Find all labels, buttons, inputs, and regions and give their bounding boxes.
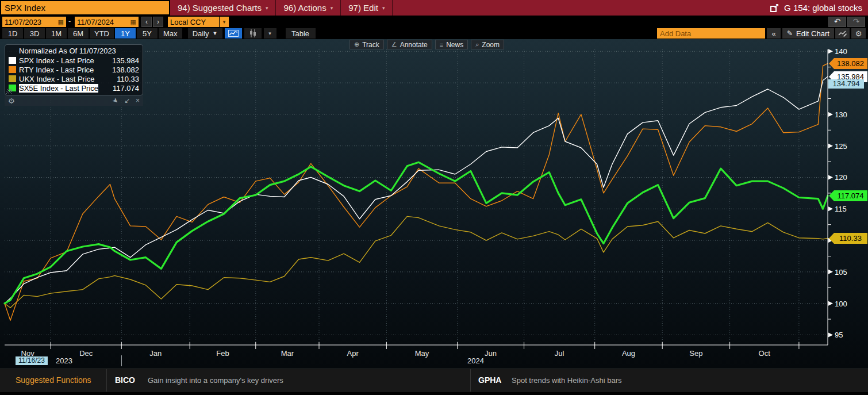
y-tick-arrow bbox=[828, 112, 833, 117]
undo-button[interactable]: ↶ bbox=[828, 17, 846, 27]
y-tick-arrow bbox=[828, 49, 833, 53]
menu-items: 94) Suggested Charts▾96) Actions▾97) Edi… bbox=[170, 0, 393, 16]
menu--suggested-charts[interactable]: 94) Suggested Charts▾ bbox=[170, 0, 276, 16]
chart-options-gear-button[interactable]: ⚙ bbox=[851, 28, 866, 39]
year-label-2023: 2023 bbox=[56, 356, 72, 365]
chart-toolbar-row: 1D3D1M6MYTD1Y5YMaxDaily▼▾Table « ✎ Edit … bbox=[0, 28, 868, 39]
legend-pin-icon[interactable]: ➤ bbox=[111, 95, 121, 105]
period-button-6m[interactable]: 6M bbox=[68, 28, 89, 39]
add-data-input[interactable] bbox=[657, 28, 765, 39]
y-tick-label: 115 bbox=[835, 205, 847, 213]
ticker-input[interactable] bbox=[1, 1, 169, 14]
chevron-down-icon: ▾ bbox=[382, 5, 385, 11]
legend-panel: Normalized As Of 11/07/2023 SPX Index - … bbox=[5, 44, 143, 106]
period-button-3d[interactable]: 3D bbox=[24, 28, 45, 39]
series-last-value: 135.984 bbox=[112, 56, 139, 65]
legend-gear-icon[interactable]: ⚙ bbox=[8, 97, 15, 105]
footer-function-code[interactable]: GPHA bbox=[478, 369, 501, 392]
chart-annotation-settings-button[interactable] bbox=[835, 28, 850, 39]
series-last-value: 117.074 bbox=[113, 84, 139, 93]
legend-item-ukx[interactable]: UKX Index - Last Price110.33 bbox=[9, 74, 139, 83]
series-color-swatch bbox=[9, 75, 16, 82]
legend-minimize-icon[interactable]: ↙ bbox=[124, 97, 130, 105]
series-last-value: 110.33 bbox=[117, 75, 139, 83]
prev-period-button[interactable]: ‹ bbox=[141, 17, 152, 27]
news-button[interactable]: ≡News bbox=[435, 40, 468, 49]
suggested-functions-bar: Suggested Functions BICO Gain insight in… bbox=[0, 369, 868, 395]
footer-function-desc[interactable]: Spot trends with Heikin-Ashi bars bbox=[512, 369, 621, 392]
annotate-button[interactable]: ∠Annotate bbox=[387, 40, 432, 49]
menu--edit[interactable]: 97) Edit▾ bbox=[341, 0, 393, 16]
legend-close-icon[interactable]: × bbox=[136, 97, 140, 105]
candlestick-chart-type-button[interactable] bbox=[244, 28, 262, 39]
y-tick-arrow bbox=[828, 144, 833, 148]
period-button-ytd[interactable]: YTD bbox=[90, 28, 114, 39]
annotate-icon: ∠ bbox=[391, 41, 397, 48]
date-from-field[interactable]: 11/07/2023 ▦ bbox=[2, 17, 66, 27]
date-range-dash: - bbox=[68, 17, 71, 25]
chart-edit-icon bbox=[838, 30, 847, 37]
footer-function-desc[interactable]: Gain insight into a company's key driver… bbox=[148, 369, 283, 392]
legend-item-sx5e[interactable]: SX5E Index - Last Price117.074 bbox=[9, 83, 139, 93]
period-button-1d[interactable]: 1D bbox=[2, 28, 23, 39]
period-button-5y[interactable]: 5Y bbox=[137, 28, 158, 39]
export-icon[interactable]: ↗ bbox=[770, 3, 779, 12]
redo-button[interactable]: ↷ bbox=[847, 17, 865, 27]
menu--actions[interactable]: 96) Actions▾ bbox=[276, 0, 341, 16]
chevron-down-icon: ▾ bbox=[268, 30, 271, 36]
legend-footer: ⚙ ➤ ↙ × bbox=[5, 95, 143, 106]
x-month-label: Jan bbox=[149, 349, 162, 358]
y-tick-arrow bbox=[828, 175, 833, 179]
date-range-bar: 11/07/2023 ▦ - 11/07/2024 ▦ ‹ › Local CC… bbox=[0, 16, 868, 28]
y-tick-label: 120 bbox=[835, 173, 847, 182]
currency-caret-icon[interactable]: ▾ bbox=[220, 17, 229, 27]
x-month-label: Apr bbox=[347, 349, 359, 358]
period-button-1y[interactable]: 1Y bbox=[115, 28, 136, 39]
collapse-panel-button[interactable]: « bbox=[767, 28, 781, 39]
track-button[interactable]: ⊕Track bbox=[349, 40, 384, 49]
legend-item-spx[interactable]: SPX Index - Last Price135.984 bbox=[9, 56, 139, 65]
line-chart-icon bbox=[228, 30, 239, 37]
zoom-button[interactable]: ⌕Zoom bbox=[471, 40, 504, 49]
track-icon: ⊕ bbox=[354, 41, 359, 48]
edit-chart-button[interactable]: ✎ Edit Chart bbox=[782, 28, 834, 39]
table-button[interactable]: Table bbox=[286, 28, 316, 39]
currency-select[interactable]: Local CCY bbox=[168, 17, 219, 27]
suggested-functions-label: Suggested Functions bbox=[16, 369, 91, 392]
series-label: SPX Index - Last Price bbox=[19, 56, 94, 65]
price-badge-110.33: 110.33 bbox=[829, 233, 867, 244]
x-month-label: Sep bbox=[689, 349, 702, 358]
chevron-down-icon: ▼ bbox=[213, 30, 218, 36]
next-period-button[interactable]: › bbox=[153, 17, 163, 27]
x-month-label: Feb bbox=[216, 349, 229, 358]
news-icon: ≡ bbox=[440, 41, 443, 48]
period-button-max[interactable]: Max bbox=[159, 28, 182, 39]
frequency-select[interactable]: Daily▼ bbox=[188, 28, 222, 39]
series-color-swatch bbox=[9, 57, 16, 64]
y-tick-arrow bbox=[828, 332, 833, 337]
calendar-icon[interactable]: ▦ bbox=[58, 18, 64, 26]
legend-resize-grip[interactable] bbox=[6, 89, 12, 94]
cursor-date-badge: 11/16/23 bbox=[16, 356, 48, 365]
period-buttons: 1D3D1M6MYTD1Y5YMaxDaily▼▾Table bbox=[2, 28, 316, 39]
y-tick-arrow bbox=[828, 301, 833, 306]
menu-bar: 94) Suggested Charts▾96) Actions▾97) Edi… bbox=[170, 0, 868, 16]
y-tick-arrow bbox=[828, 206, 833, 211]
y-tick-label: 125 bbox=[835, 142, 847, 151]
chevron-down-icon: ▾ bbox=[266, 5, 268, 11]
y-tick-label: 105 bbox=[835, 268, 847, 277]
calendar-icon[interactable]: ▦ bbox=[130, 18, 136, 26]
year-divider-line bbox=[121, 355, 122, 366]
period-button-1m[interactable]: 1M bbox=[46, 28, 67, 39]
date-to-field[interactable]: 11/07/2024 ▦ bbox=[75, 17, 139, 27]
legend-item-rty[interactable]: RTY Index - Last Price138.082 bbox=[9, 65, 139, 74]
footer-function-code[interactable]: BICO bbox=[115, 369, 135, 392]
x-month-label: May bbox=[415, 349, 429, 358]
x-month-label: Aug bbox=[622, 349, 635, 358]
line-chart-type-button[interactable] bbox=[225, 28, 242, 39]
series-label: SX5E Index - Last Price bbox=[19, 84, 98, 93]
chart-type-dropdown-button[interactable]: ▾ bbox=[264, 28, 276, 39]
series-last-value: 138.082 bbox=[112, 66, 139, 74]
zoom-icon: ⌕ bbox=[475, 41, 479, 48]
y-tick-label: 140 bbox=[835, 47, 847, 56]
